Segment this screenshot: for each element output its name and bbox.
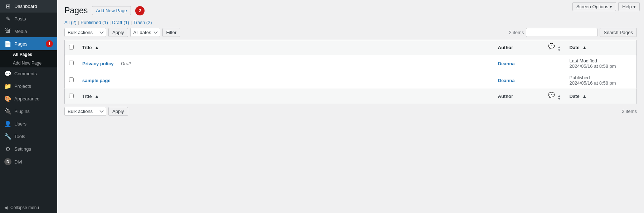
sidebar-item-media[interactable]: 🖼 Media <box>0 25 57 37</box>
bottom-toolbar-left: Bulk actions Edit Move to Trash Apply <box>64 107 128 116</box>
all-dates-select[interactable]: All dates <box>130 28 160 37</box>
tfoot-comments-icon: 💬 <box>548 92 555 98</box>
sidebar-item-label: Divi <box>14 159 22 165</box>
th-title[interactable]: Title ▲ <box>78 40 494 55</box>
th-comments[interactable]: 💬 ▲▼ <box>544 40 565 55</box>
filter-button[interactable]: Filter <box>162 28 181 37</box>
sidebar-submenu-all-pages[interactable]: All Pages <box>0 50 57 59</box>
tfoot-comments-sort-arrows: ▲▼ <box>557 94 561 101</box>
select-all-checkbox[interactable] <box>69 45 74 49</box>
row2-date-value: 2024/05/16 at 8:58 pm <box>570 80 616 86</box>
sidebar-item-pages[interactable]: 📄 Pages 1 <box>0 37 57 50</box>
search-input[interactable] <box>526 28 597 37</box>
sidebar-item-label: Settings <box>14 146 31 152</box>
sidebar-item-appearance[interactable]: 🎨 Appearance <box>0 93 57 105</box>
row1-author-link[interactable]: Deanna <box>498 61 515 66</box>
screen-options-button[interactable]: Screen Options ▾ <box>572 2 616 11</box>
plugins-icon: 🔌 <box>4 108 11 115</box>
sidebar-item-plugins[interactable]: 🔌 Plugins <box>0 105 57 118</box>
tfoot-date-sort-icon: ▲ <box>582 94 587 99</box>
tfoot-comments[interactable]: 💬 ▲▼ <box>544 89 565 104</box>
search-pages-button[interactable]: Search Pages <box>600 28 637 37</box>
sep-3: | <box>131 20 132 25</box>
row1-title-cell: Privacy policy — Draft <box>78 55 494 72</box>
sep-2: | <box>109 20 111 25</box>
pages-table: Title ▲ Author 💬 ▲▼ Date ▲ <box>64 40 637 104</box>
help-label: Help <box>622 4 632 9</box>
sidebar-item-label: Dashboard <box>14 4 37 9</box>
row2-title-cell: sample page <box>78 72 494 89</box>
bulk-actions-select-top[interactable]: Bulk actions Edit Move to Trash <box>64 28 106 37</box>
screen-options-chevron-icon: ▾ <box>610 4 612 9</box>
add-new-page-button[interactable]: Add New Page <box>92 6 131 15</box>
table-footer-row: Title ▲ Author 💬 ▲▼ Date ▲ <box>65 89 637 104</box>
row2-checkbox[interactable] <box>69 77 74 82</box>
tfoot-title-label: Title <box>82 94 92 99</box>
sidebar-bottom: ◀ Collapse menu <box>0 202 57 213</box>
sidebar-item-users[interactable]: 👤 Users <box>0 118 57 130</box>
tfoot-date[interactable]: Date ▲ <box>565 89 637 104</box>
sidebar-item-comments[interactable]: 💬 Comments <box>0 67 57 80</box>
row2-date-status: Published <box>570 75 590 80</box>
media-icon: 🖼 <box>4 28 11 34</box>
pages-badge: 1 <box>46 40 53 47</box>
help-button[interactable]: Help ▾ <box>618 2 640 11</box>
pages-submenu: All Pages Add New Page <box>0 50 57 67</box>
row1-checkbox[interactable] <box>69 61 74 65</box>
users-icon: 👤 <box>4 120 11 127</box>
apply-button-top[interactable]: Apply <box>108 28 128 37</box>
sidebar-item-label: Comments <box>14 71 37 76</box>
sidebar-item-dashboard[interactable]: ⊞ Dashboard <box>0 0 57 13</box>
collapse-label: Collapse menu <box>10 205 39 210</box>
sep-1: | <box>78 20 79 25</box>
sidebar-submenu-add-new-page[interactable]: Add New Page <box>0 59 57 67</box>
row2-author-cell: Deanna <box>494 72 544 89</box>
tfoot-author[interactable]: Author <box>494 89 544 104</box>
select-all-bottom-checkbox[interactable] <box>69 94 74 98</box>
table-header: Title ▲ Author 💬 ▲▼ Date ▲ <box>65 40 637 55</box>
filter-link-published[interactable]: Published (1) <box>80 20 108 25</box>
dashboard-icon: ⊞ <box>4 3 11 10</box>
apply-button-bottom[interactable]: Apply <box>108 107 128 116</box>
page-count-badge: 2 <box>135 6 145 15</box>
tfoot-author-label: Author <box>498 94 513 99</box>
sidebar-item-label: Pages <box>14 41 28 47</box>
row2-date-cell: Published 2024/05/16 at 8:58 pm <box>565 72 637 89</box>
toolbar-left: Bulk actions Edit Move to Trash Apply Al… <box>64 28 180 37</box>
date-sort-icon: ▲ <box>582 45 587 50</box>
row2-author-link[interactable]: Deanna <box>498 78 515 83</box>
title-sort-icon: ▲ <box>94 45 99 50</box>
screen-options-label: Screen Options <box>576 4 609 9</box>
filter-link-draft[interactable]: Draft (1) <box>112 20 129 25</box>
filter-link-all[interactable]: All (2) <box>64 20 77 25</box>
bulk-actions-select-bottom[interactable]: Bulk actions Edit Move to Trash <box>64 107 106 116</box>
divi-icon: D <box>4 158 11 165</box>
tfoot-title[interactable]: Title ▲ <box>78 89 494 104</box>
appearance-icon: 🎨 <box>4 95 11 102</box>
sidebar-item-divi[interactable]: D Divi <box>0 155 57 168</box>
comments-sort-arrows: ▲▼ <box>557 46 561 52</box>
collapse-menu-button[interactable]: ◀ Collapse menu <box>0 202 57 213</box>
sidebar-item-settings[interactable]: ⚙ Settings <box>0 143 57 155</box>
projects-icon: 📁 <box>4 83 11 90</box>
all-pages-label: All Pages <box>13 52 32 57</box>
sidebar-item-projects[interactable]: 📁 Projects <box>0 80 57 93</box>
add-new-page-label: Add New Page <box>13 61 42 66</box>
row2-checkbox-cell <box>65 72 78 89</box>
row1-comments-cell: — <box>544 55 565 72</box>
sidebar-item-posts[interactable]: ✎ Posts <box>0 13 57 25</box>
tfoot-date-label: Date <box>570 94 580 99</box>
row1-title-link[interactable]: Privacy policy <box>82 61 113 66</box>
date-label: Date <box>570 45 580 50</box>
th-date[interactable]: Date ▲ <box>565 40 637 55</box>
th-author[interactable]: Author <box>494 40 544 55</box>
tfoot-checkbox <box>65 89 78 104</box>
sidebar: ⊞ Dashboard ✎ Posts 🖼 Media 📄 Pages 1 Al… <box>0 0 57 213</box>
row2-title-link[interactable]: sample page <box>82 78 111 83</box>
sidebar-item-tools[interactable]: 🔧 Tools <box>0 130 57 143</box>
filter-link-trash[interactable]: Trash (2) <box>133 20 152 25</box>
main-content: Screen Options ▾ Help ▾ Pages Add New Pa… <box>57 0 644 213</box>
tools-icon: 🔧 <box>4 133 11 140</box>
pages-icon: 📄 <box>4 41 11 47</box>
collapse-icon: ◀ <box>4 205 8 210</box>
